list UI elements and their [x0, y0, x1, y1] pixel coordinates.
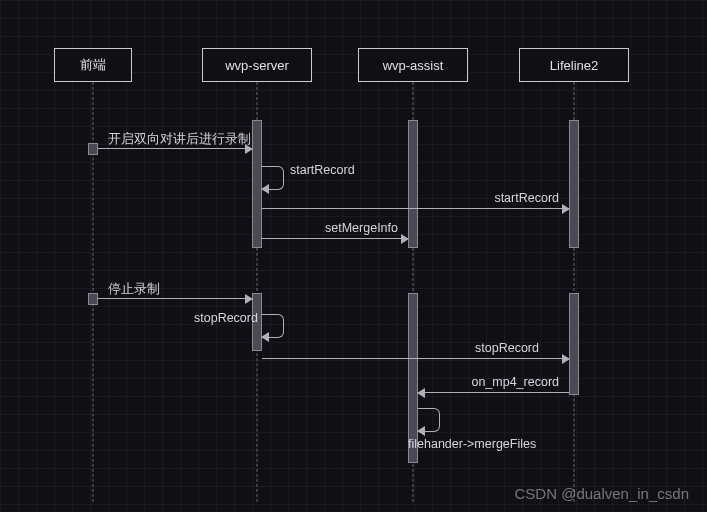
participant-label: 前端 — [80, 56, 106, 74]
arrowhead-icon — [261, 332, 269, 342]
message-arrow: stopRecord — [262, 358, 569, 359]
arrowhead-icon — [261, 184, 269, 194]
arrowhead-icon — [417, 426, 425, 436]
participant-wvp-server: wvp-server — [202, 48, 312, 82]
message-label: stopRecord — [194, 311, 258, 325]
message-label: on_mp4_record — [471, 375, 559, 389]
participant-label: wvp-server — [225, 58, 289, 73]
self-message: filehander->mergeFiles — [418, 408, 440, 432]
message-arrow: 停止录制 — [98, 298, 252, 299]
participant-lifeline2: Lifeline2 — [519, 48, 629, 82]
self-message: stopRecord — [262, 314, 284, 338]
participant-label: Lifeline2 — [550, 58, 598, 73]
message-arrow: setMergeInfo — [262, 238, 408, 239]
arrowhead-icon — [401, 234, 409, 244]
self-message: startRecord — [262, 166, 284, 190]
message-arrow: 开启双向对讲后进行录制 — [98, 148, 252, 149]
message-label: startRecord — [494, 191, 559, 205]
message-label: filehander->mergeFiles — [408, 437, 536, 451]
participant-label: wvp-assist — [383, 58, 444, 73]
arrowhead-icon — [245, 294, 253, 304]
message-arrow: on_mp4_record — [418, 392, 569, 393]
arrowhead-icon — [245, 144, 253, 154]
message-label: 停止录制 — [108, 281, 160, 298]
message-label: 开启双向对讲后进行录制 — [108, 131, 251, 148]
activation-bar — [569, 120, 579, 248]
activation-bar — [569, 293, 579, 395]
arrowhead-icon — [562, 354, 570, 364]
sequence-diagram: 前端 wvp-server wvp-assist Lifeline2 开启双向对… — [0, 0, 707, 512]
arrowhead-icon — [417, 388, 425, 398]
message-label: setMergeInfo — [325, 221, 398, 235]
watermark-text: CSDN @dualven_in_csdn — [515, 485, 690, 502]
message-arrow: startRecord — [262, 208, 569, 209]
activation-bar — [408, 120, 418, 248]
activation-bar — [88, 143, 98, 155]
activation-bar — [88, 293, 98, 305]
participant-wvp-assist: wvp-assist — [358, 48, 468, 82]
message-label: startRecord — [290, 163, 355, 177]
arrowhead-icon — [562, 204, 570, 214]
participant-frontend: 前端 — [54, 48, 132, 82]
message-label: stopRecord — [475, 341, 539, 355]
